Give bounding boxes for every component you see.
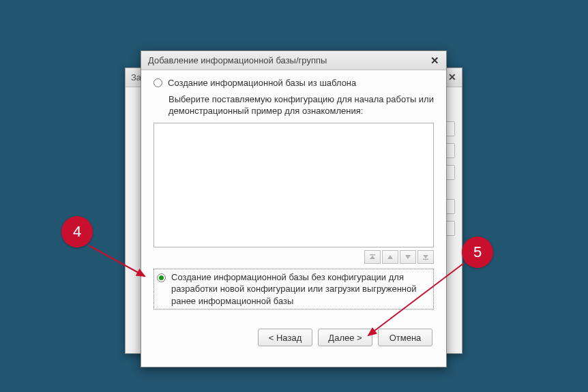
- close-button[interactable]: ✕: [428, 55, 441, 67]
- move-down-icon: [405, 254, 411, 260]
- move-top-button[interactable]: [364, 250, 381, 264]
- background-close-button[interactable]: ✕: [445, 71, 459, 83]
- move-down-button[interactable]: [400, 250, 416, 264]
- move-up-button[interactable]: [382, 250, 398, 264]
- dialog-button-row: < Назад Далее > Отмена: [153, 329, 434, 346]
- background-title: За: [131, 72, 141, 82]
- reorder-toolbar: [153, 250, 434, 264]
- option-from-template-label: Создание информационной базы из шаблона: [168, 77, 356, 89]
- dialog-titlebar: Добавление информационной базы/группы ✕: [141, 51, 446, 70]
- move-bottom-button[interactable]: [417, 250, 434, 264]
- dialog-title: Добавление информационной базы/группы: [148, 55, 327, 65]
- cancel-button[interactable]: Отмена: [378, 329, 432, 346]
- move-bottom-icon: [422, 254, 429, 260]
- template-list[interactable]: [153, 123, 434, 247]
- dialog-content: Создание информационной базы из шаблона …: [141, 70, 446, 355]
- add-infobase-dialog: Добавление информационной базы/группы ✕ …: [141, 50, 447, 367]
- back-button[interactable]: < Назад: [258, 329, 312, 346]
- callout-5: 5: [462, 237, 493, 268]
- move-up-icon: [387, 254, 394, 260]
- move-top-icon: [369, 254, 376, 260]
- option-no-config[interactable]: Создание информационной базы без конфигу…: [153, 269, 434, 310]
- option-from-template-desc: Выберите поставляемую конфигурацию для н…: [168, 93, 434, 117]
- svg-rect-1: [423, 258, 428, 260]
- next-button[interactable]: Далее >: [318, 329, 372, 346]
- option-no-config-label: Создание информационной базы без конфигу…: [171, 271, 430, 307]
- radio-from-template[interactable]: [153, 78, 162, 87]
- callout-4: 4: [61, 216, 93, 247]
- option-from-template[interactable]: Создание информационной базы из шаблона: [153, 77, 434, 89]
- svg-rect-0: [370, 254, 375, 256]
- radio-no-config[interactable]: [157, 273, 166, 282]
